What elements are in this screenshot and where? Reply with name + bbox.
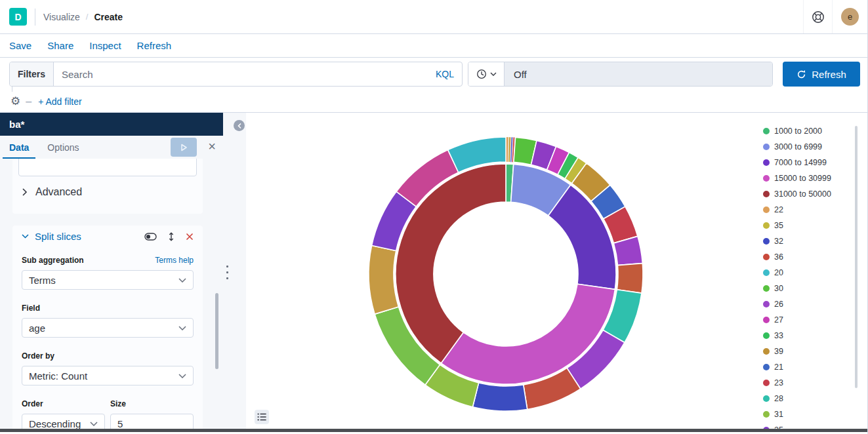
legend-item[interactable]: 39: [763, 344, 855, 359]
legend-toggle-button[interactable]: [255, 410, 269, 424]
remove-agg-icon[interactable]: [186, 233, 194, 241]
custom-label-input[interactable]: [18, 159, 197, 176]
resizer-handle-icon[interactable]: [226, 266, 228, 279]
advanced-accordion[interactable]: Advanced: [12, 176, 203, 198]
breadcrumb: Visualize / Create: [43, 12, 123, 22]
kql-button[interactable]: KQL: [436, 69, 454, 79]
app-logo[interactable]: D: [9, 8, 27, 26]
panel-resizer[interactable]: [223, 113, 246, 429]
help-button[interactable]: [803, 0, 832, 33]
size-value: 5: [117, 418, 123, 429]
filters-button[interactable]: Filters: [10, 62, 54, 86]
refresh-interval-value[interactable]: Off: [505, 62, 772, 86]
legend-item[interactable]: 20: [763, 265, 855, 281]
legend-item[interactable]: 23: [763, 375, 855, 391]
breadcrumb-visualize[interactable]: Visualize: [43, 12, 80, 22]
legend-label: 33: [774, 331, 783, 340]
legend-item[interactable]: 36: [763, 249, 855, 265]
size-label: Size: [110, 399, 194, 408]
gear-icon[interactable]: ⚙: [10, 96, 20, 107]
add-filter-button[interactable]: + Add filter: [38, 96, 82, 107]
split-slices-card: Split slices: [12, 226, 203, 429]
legend-item[interactable]: 35: [763, 218, 855, 233]
avatar: e: [841, 8, 859, 26]
agg-editor-sidebar: ba* Data Options × Advanced: [0, 113, 223, 429]
order-by-select[interactable]: Metric: Count: [22, 366, 194, 385]
sub-agg-label-row: Sub aggregation Terms help: [22, 256, 194, 265]
legend-label: 1000 to 2000: [774, 127, 822, 136]
metric-card: Advanced: [12, 159, 203, 214]
order-by-label: Order by: [22, 351, 194, 361]
legend-item[interactable]: 33: [763, 328, 855, 344]
legend-item[interactable]: 3000 to 6999: [763, 139, 855, 155]
toolbar-link-inspect[interactable]: Inspect: [89, 40, 121, 51]
legend-item[interactable]: 7000 to 14999: [763, 155, 855, 170]
refresh-query-button[interactable]: Refresh: [783, 62, 860, 87]
legend-label: 32: [774, 237, 783, 246]
legend-scrollbar[interactable]: [855, 126, 858, 388]
order-select[interactable]: Descending: [22, 414, 105, 429]
field-label: Field: [22, 304, 194, 313]
legend-dot-icon: [763, 411, 770, 418]
legend-dot-icon: [763, 269, 770, 276]
sidebar-scrollbar[interactable]: [215, 293, 218, 369]
refresh-button-label: Refresh: [812, 69, 846, 80]
legend-item[interactable]: 28: [763, 391, 855, 406]
legend-item[interactable]: 21: [763, 359, 855, 375]
chart-slice-39[interactable]: [369, 246, 398, 315]
chevron-down-icon: [90, 422, 98, 426]
size-input[interactable]: 5: [110, 414, 194, 429]
apply-changes-button[interactable]: [171, 138, 197, 157]
legend-item[interactable]: 31: [763, 406, 855, 422]
chevron-down-icon: [178, 374, 186, 378]
legend-item[interactable]: 30: [763, 281, 855, 296]
legend-label: 36: [774, 252, 783, 262]
toolbar-link-share[interactable]: Share: [47, 40, 73, 51]
chevron-down-icon: [22, 234, 29, 239]
legend-item[interactable]: 27: [763, 312, 855, 328]
field-select[interactable]: age: [22, 318, 194, 338]
legend-item[interactable]: 22: [763, 202, 855, 218]
legend-item[interactable]: 15000 to 30999: [763, 170, 855, 186]
toolbar-link-save[interactable]: Save: [9, 40, 31, 51]
terms-help-link[interactable]: Terms help: [155, 256, 194, 265]
sub-aggregation-select[interactable]: Terms: [22, 270, 194, 290]
legend-dot-icon: [763, 159, 770, 166]
order-by-value: Metric: Count: [29, 370, 87, 382]
clock-icon: [476, 69, 487, 79]
discard-changes-button[interactable]: ×: [208, 140, 216, 153]
legend-dot-icon: [763, 175, 770, 182]
split-slices-actions: [144, 232, 194, 241]
legend-label: 26: [774, 300, 783, 309]
search-input[interactable]: Search KQL: [54, 62, 462, 86]
nav-divider: [35, 9, 35, 26]
legend-item[interactable]: 1000 to 2000: [763, 123, 855, 139]
chevron-left-icon: [237, 123, 242, 129]
chart-slice-32[interactable]: [472, 383, 527, 411]
filter-notch: [12, 87, 12, 92]
legend-dot-icon: [763, 380, 770, 386]
legend-item[interactable]: 31000 to 50000: [763, 186, 855, 202]
search-placeholder: Search: [62, 69, 93, 80]
legend-label: 39: [774, 347, 783, 356]
split-slices-header: Split slices: [22, 231, 194, 242]
legend-dot-icon: [763, 128, 770, 134]
disable-toggle-icon[interactable]: [144, 233, 157, 241]
sub-aggregation-label: Sub aggregation: [22, 256, 84, 265]
tab-options[interactable]: Options: [38, 136, 88, 159]
chart-slice-36[interactable]: [617, 264, 643, 293]
chevron-down-icon: [178, 278, 186, 283]
move-updown-icon[interactable]: [168, 232, 175, 241]
legend-item[interactable]: 26: [763, 296, 855, 312]
breadcrumb-create: Create: [94, 12, 123, 22]
refresh-interval-button[interactable]: [468, 62, 505, 86]
tab-data[interactable]: Data: [0, 136, 38, 159]
legend-label: 23: [774, 378, 783, 387]
chevron-right-icon: [22, 187, 28, 197]
collapse-sidebar-button[interactable]: [234, 120, 245, 131]
legend-item[interactable]: 32: [763, 233, 855, 249]
split-slices-title[interactable]: Split slices: [35, 231, 81, 242]
toolbar-link-refresh[interactable]: Refresh: [137, 40, 172, 51]
time-picker: Off: [468, 62, 773, 87]
user-menu-button[interactable]: e: [832, 0, 867, 33]
